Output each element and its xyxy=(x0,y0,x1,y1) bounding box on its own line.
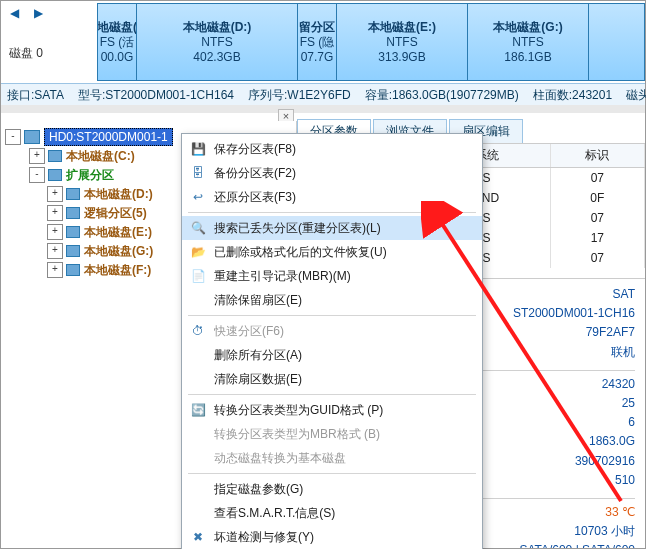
menu-item-label: 快速分区(F6) xyxy=(214,323,472,340)
grid-header[interactable]: 标识 xyxy=(550,144,644,168)
menu-item-label: 重建主引导记录(MBR)(M) xyxy=(214,268,472,285)
menu-item-label: 还原分区表(F3) xyxy=(214,189,472,206)
tree-item-label: 本地磁盘(E:) xyxy=(84,224,152,241)
menu-item[interactable]: 💾保存分区表(F8) xyxy=(182,137,482,161)
tree-twisty-icon[interactable]: + xyxy=(47,205,63,221)
menu-item-label: 清除保留扇区(E) xyxy=(214,292,472,309)
tree-twisty-icon[interactable]: + xyxy=(47,224,63,240)
menu-item[interactable]: 📄重建主引导记录(MBR)(M) xyxy=(182,264,482,288)
menu-item-label: 动态磁盘转换为基本磁盘 xyxy=(214,450,472,467)
disk-partition[interactable]: 地磁盘(FS (活00.0G xyxy=(98,4,137,80)
menu-item-label: 坏道检测与修复(Y) xyxy=(214,529,472,546)
info-serial: 序列号:W1E2Y6FD xyxy=(248,87,351,104)
blank-icon xyxy=(188,480,208,498)
tree-twisty-icon[interactable]: + xyxy=(47,262,63,278)
tree-item-label: 本地磁盘(F:) xyxy=(84,262,151,279)
disk-partition[interactable]: 留分区FS (隐07.7G xyxy=(298,4,337,80)
disk-partition[interactable]: 本地磁盘(G:)NTFS186.1GB xyxy=(468,4,589,80)
partition-icon xyxy=(66,245,80,257)
tree-item-label: 本地磁盘(D:) xyxy=(84,186,153,203)
menu-item-label: 保存分区表(F8) xyxy=(214,141,472,158)
tree-root-label[interactable]: HD0:ST2000DM001-1 xyxy=(44,128,173,146)
info-model: 型号:ST2000DM001-1CH164 xyxy=(78,87,234,104)
menu-item[interactable]: 指定磁盘参数(G) xyxy=(182,477,482,501)
toolbar-btn-1[interactable]: ◀ xyxy=(5,4,23,22)
menu-separator xyxy=(188,212,476,213)
partition-icon xyxy=(66,264,80,276)
blank-icon xyxy=(188,370,208,388)
save-icon: 💾 xyxy=(188,140,208,158)
disk-partition-bar[interactable]: 地磁盘(FS (活00.0G本地磁盘(D:)NTFS402.3GB留分区FS (… xyxy=(97,3,645,81)
menu-item-label: 清除扇区数据(E) xyxy=(214,371,472,388)
splitter[interactable] xyxy=(1,105,645,113)
menu-separator xyxy=(188,394,476,395)
menu-item-label: 备份分区表(F2) xyxy=(214,165,472,182)
blank-icon xyxy=(188,291,208,309)
menu-item[interactable]: ↩还原分区表(F3) xyxy=(182,185,482,209)
bad-icon: ✖ xyxy=(188,528,208,546)
info-heads: 磁头数 xyxy=(626,87,646,104)
blank-icon xyxy=(188,449,208,467)
recover-icon: 📂 xyxy=(188,243,208,261)
menu-item-label: 删除所有分区(A) xyxy=(214,347,472,364)
menu-item[interactable]: 清除扇区数据(E) xyxy=(182,367,482,391)
menu-item: ⏱快速分区(F6) xyxy=(182,319,482,343)
partition-icon xyxy=(66,188,80,200)
menu-item-label: 查看S.M.A.R.T.信息(S) xyxy=(214,505,472,522)
menu-item[interactable]: 清除保留扇区(E) xyxy=(182,288,482,312)
blank-icon xyxy=(188,425,208,443)
info-capacity: 容量:1863.0GB(1907729MB) xyxy=(365,87,519,104)
restore-icon: ↩ xyxy=(188,188,208,206)
menu-item[interactable]: 📂已删除或格式化后的文件恢复(U) xyxy=(182,240,482,264)
tree-twisty-icon[interactable]: + xyxy=(47,186,63,202)
partition-icon xyxy=(48,150,62,162)
partition-icon xyxy=(48,169,62,181)
partition-icon xyxy=(66,226,80,238)
menu-item: 动态磁盘转换为基本磁盘 xyxy=(182,446,482,470)
tree-item-label: 本地磁盘(C:) xyxy=(66,148,135,165)
disk-index-panel: 磁盘 0 xyxy=(1,25,106,81)
tree-twisty-icon[interactable]: - xyxy=(29,167,45,183)
quick-icon: ⏱ xyxy=(188,322,208,340)
menu-item[interactable]: 🗄备份分区表(F2) xyxy=(182,161,482,185)
disk-partition[interactable]: 本地磁盘(E:)NTFS313.9GB xyxy=(337,4,468,80)
tree-twisty-icon[interactable]: - xyxy=(5,129,21,145)
info-cylinders: 柱面数:243201 xyxy=(533,87,612,104)
disk-context-menu[interactable]: 💾保存分区表(F8)🗄备份分区表(F2)↩还原分区表(F3)🔍搜索已丢失分区(重… xyxy=(181,133,483,549)
menu-item[interactable]: 🔍搜索已丢失分区(重建分区表)(L) xyxy=(182,216,482,240)
menu-item-label: 已删除或格式化后的文件恢复(U) xyxy=(214,244,472,261)
blank-icon xyxy=(188,346,208,364)
menu-item[interactable]: 🔄转换分区表类型为GUID格式 (P) xyxy=(182,398,482,422)
disk-index-label: 磁盘 0 xyxy=(9,45,105,62)
menu-separator xyxy=(188,473,476,474)
menu-item[interactable]: 删除所有分区(A) xyxy=(182,343,482,367)
guid-icon: 🔄 xyxy=(188,401,208,419)
blank-icon xyxy=(188,504,208,522)
disk-info-strip: 接口:SATA 型号:ST2000DM001-1CH164 序列号:W1E2Y6… xyxy=(1,83,645,107)
disk-partition[interactable]: 本地磁盘(D:)NTFS402.3GB xyxy=(137,4,298,80)
info-interface: 接口:SATA xyxy=(7,87,64,104)
menu-separator xyxy=(188,315,476,316)
menu-item: 转换分区表类型为MBR格式 (B) xyxy=(182,422,482,446)
partition-icon xyxy=(66,207,80,219)
backup-icon: 🗄 xyxy=(188,164,208,182)
menu-item-label: 搜索已丢失分区(重建分区表)(L) xyxy=(214,220,472,237)
menu-item[interactable]: ✖坏道检测与修复(Y) xyxy=(182,525,482,549)
search-icon: 🔍 xyxy=(188,219,208,237)
tree-item-label: 逻辑分区(5) xyxy=(84,205,147,222)
toolbar-btn-2[interactable]: ▶ xyxy=(29,4,47,22)
menu-item-label: 转换分区表类型为MBR格式 (B) xyxy=(214,426,472,443)
menu-item-label: 转换分区表类型为GUID格式 (P) xyxy=(214,402,472,419)
tree-item-label: 本地磁盘(G:) xyxy=(84,243,153,260)
menu-item[interactable]: 查看S.M.A.R.T.信息(S) xyxy=(182,501,482,525)
tree-twisty-icon[interactable]: + xyxy=(29,148,45,164)
tree-item-label: 扩展分区 xyxy=(66,167,114,184)
hdd-icon xyxy=(24,130,40,144)
mbr-icon: 📄 xyxy=(188,267,208,285)
menu-item-label: 指定磁盘参数(G) xyxy=(214,481,472,498)
tree-twisty-icon[interactable]: + xyxy=(47,243,63,259)
